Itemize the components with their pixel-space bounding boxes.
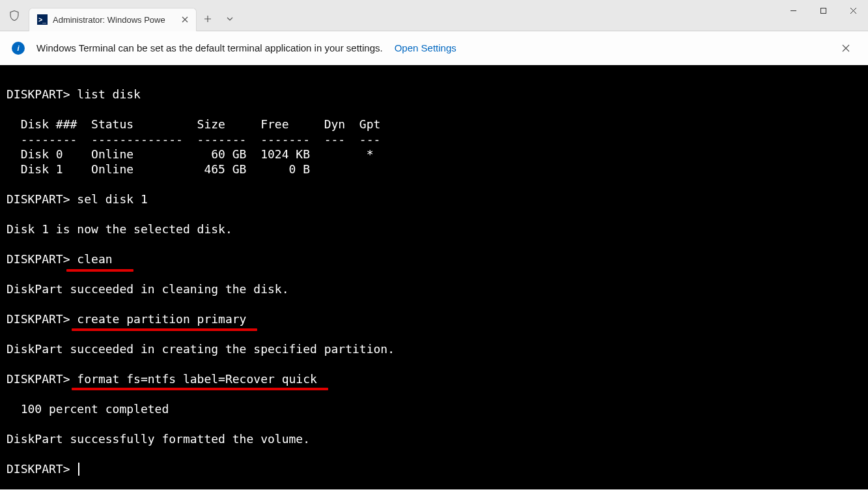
shield-icon bbox=[8, 9, 21, 22]
terminal-cursor bbox=[78, 463, 79, 476]
tab-title: Administrator: Windows Powe bbox=[53, 15, 174, 25]
annotation-underline bbox=[72, 388, 328, 390]
powershell-icon: >_ bbox=[37, 14, 48, 25]
svg-rect-0 bbox=[820, 8, 826, 14]
annotation-underline bbox=[66, 269, 133, 272]
open-settings-link[interactable]: Open Settings bbox=[395, 42, 456, 53]
annotation-underline bbox=[72, 328, 257, 331]
terminal-text: DISKPART> list disk Disk ### Status Size… bbox=[7, 87, 395, 476]
close-button[interactable] bbox=[838, 0, 868, 22]
tab-dropdown-button[interactable] bbox=[219, 8, 241, 30]
new-tab-button[interactable] bbox=[197, 8, 219, 30]
info-bar: i Windows Terminal can be set as the def… bbox=[0, 31, 868, 65]
tab-powershell[interactable]: >_ Administrator: Windows Powe bbox=[29, 8, 197, 31]
info-close-button[interactable] bbox=[835, 38, 856, 59]
minimize-button[interactable] bbox=[778, 0, 808, 22]
terminal-output[interactable]: DISKPART> list disk Disk ### Status Size… bbox=[0, 65, 868, 489]
info-icon: i bbox=[12, 42, 25, 55]
window-controls bbox=[778, 0, 868, 31]
tab-close-button[interactable] bbox=[179, 14, 191, 25]
title-bar: >_ Administrator: Windows Powe bbox=[0, 0, 868, 31]
info-text: Windows Terminal can be set as the defau… bbox=[36, 42, 383, 53]
maximize-button[interactable] bbox=[808, 0, 838, 22]
